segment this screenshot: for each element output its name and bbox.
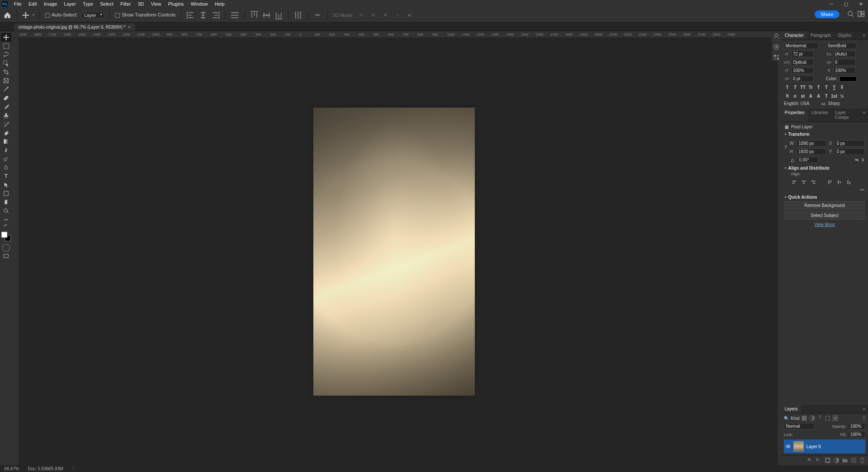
align-bottom-edges-icon[interactable]	[845, 179, 852, 186]
fractions-button[interactable]: ½	[838, 92, 845, 99]
eraser-tool[interactable]	[1, 128, 11, 137]
tab-glyphs[interactable]: Glyphs	[835, 31, 855, 39]
blend-mode-select[interactable]: Normal	[784, 423, 814, 429]
faux-italic-button[interactable]: T	[792, 84, 799, 91]
distribute-v-icon[interactable]	[294, 11, 302, 20]
pen-tool[interactable]	[1, 163, 11, 172]
align-left-icon[interactable]	[187, 11, 195, 20]
link-wh-icon[interactable]: 8	[785, 144, 787, 149]
layer-filter-kind[interactable]: Kind	[791, 416, 799, 421]
layer-thumbnail[interactable]	[793, 441, 804, 452]
baseline-field[interactable]: 0 pt	[791, 75, 814, 82]
workspace-icon[interactable]	[858, 10, 865, 17]
allcaps-button[interactable]: TT	[799, 84, 806, 91]
menu-3d[interactable]: 3D	[135, 0, 148, 7]
menu-filter[interactable]: Filter	[117, 0, 134, 7]
align-top-edges-icon[interactable]	[826, 179, 833, 186]
home-icon[interactable]	[3, 11, 11, 19]
hscale-field[interactable]: 100%	[833, 67, 856, 74]
screen-mode-icon[interactable]	[1, 252, 11, 260]
tab-character[interactable]: Character	[781, 31, 807, 39]
align-middle-icon[interactable]	[262, 11, 271, 20]
swap-colors-icon[interactable]	[1, 224, 11, 229]
stylistic-alt-button[interactable]: A	[815, 92, 822, 99]
dodge-tool[interactable]	[1, 154, 11, 163]
distribute-h-icon[interactable]	[230, 11, 239, 20]
quick-actions-header[interactable]: Quick Actions	[785, 195, 865, 200]
auto-select-checkbox[interactable]: Auto-Select:	[45, 12, 78, 18]
align-more-icon[interactable]: •••	[785, 187, 865, 192]
align-vcenter-icon[interactable]	[836, 179, 843, 186]
marquee-tool[interactable]	[1, 42, 11, 50]
menu-type[interactable]: Type	[79, 0, 97, 7]
contextual-alt-button[interactable]: σ	[792, 92, 799, 99]
align-bottom-icon[interactable]	[274, 11, 283, 20]
layer-visibility-icon[interactable]	[786, 444, 791, 449]
link-layers-icon[interactable]: ⟲	[807, 457, 813, 463]
vscale-field[interactable]: 100%	[791, 67, 814, 74]
minimize-button[interactable]: ─	[824, 0, 838, 8]
align-center-h-icon[interactable]	[199, 11, 207, 20]
heal-tool[interactable]	[1, 94, 11, 102]
gradient-tool[interactable]	[1, 137, 11, 146]
vertical-ruler[interactable]	[12, 38, 19, 465]
status-chevron-icon[interactable]: 〉	[72, 465, 76, 472]
history-brush-tool[interactable]	[1, 120, 11, 128]
font-style-field[interactable]: SemiBold	[826, 43, 856, 49]
tool-dropdown-icon[interactable]: ▾	[33, 13, 34, 17]
view-more-link[interactable]: View More	[785, 222, 865, 227]
path-select-tool[interactable]	[1, 180, 11, 189]
move-tool[interactable]	[1, 33, 11, 42]
filter-adjust-icon[interactable]	[809, 415, 815, 421]
x-field[interactable]: 0 px	[835, 140, 865, 147]
font-family-field[interactable]: Montserrat	[784, 43, 819, 49]
swatches-panel-icon[interactable]	[773, 54, 780, 61]
swash-button[interactable]: A	[807, 92, 814, 99]
delete-layer-icon[interactable]	[859, 457, 865, 463]
menu-window[interactable]: Window	[187, 0, 211, 7]
search-icon[interactable]	[847, 10, 854, 17]
remove-background-button[interactable]: Remove Background	[785, 201, 865, 210]
close-button[interactable]: ✕	[853, 0, 868, 8]
tracking-field[interactable]: 0	[833, 59, 856, 66]
layer-row[interactable]: Layer 0	[784, 439, 865, 453]
align-section-header[interactable]: Align and Distribute	[785, 166, 865, 170]
character-panel-menu-icon[interactable]: ≡	[860, 31, 868, 39]
menu-layer[interactable]: Layer	[60, 0, 79, 7]
discretionary-button[interactable]: st	[799, 92, 806, 99]
filter-toggle-icon[interactable]	[863, 416, 865, 421]
menu-image[interactable]: Image	[40, 0, 61, 7]
share-button[interactable]: Share	[815, 10, 839, 18]
edit-toolbar-icon[interactable]: •••	[1, 215, 11, 224]
align-top-icon[interactable]	[250, 11, 259, 20]
tab-paragraph[interactable]: Paragraph	[807, 31, 835, 39]
adjustment-layer-icon[interactable]	[833, 457, 839, 463]
menu-help[interactable]: Help	[211, 0, 228, 7]
antialias-field[interactable]: Sharp	[828, 101, 850, 106]
brush-tool[interactable]	[1, 102, 11, 111]
properties-panel-menu-icon[interactable]: ≡	[860, 108, 868, 121]
stamp-tool[interactable]	[1, 111, 11, 120]
align-right-icon[interactable]	[211, 11, 220, 20]
fill-field[interactable]: 100%	[848, 431, 865, 438]
filter-type-icon[interactable]: T	[817, 415, 823, 421]
object-select-tool[interactable]	[1, 59, 11, 68]
maximize-button[interactable]: ▢	[838, 0, 853, 8]
eyedropper-tool[interactable]	[1, 85, 11, 94]
menu-file[interactable]: File	[10, 0, 25, 7]
more-options-icon[interactable]: •••	[313, 11, 322, 20]
select-subject-button[interactable]: Select Subject	[785, 211, 865, 220]
titling-alt-button[interactable]: T	[823, 92, 830, 99]
menu-view[interactable]: View	[148, 0, 165, 7]
layers-panel-menu-icon[interactable]: ≡	[860, 405, 868, 413]
type-tool[interactable]: T	[1, 172, 11, 180]
filter-pixel-icon[interactable]	[801, 415, 807, 421]
color-panel-icon[interactable]	[773, 43, 780, 50]
menu-select[interactable]: Select	[97, 0, 117, 7]
layer-mask-icon[interactable]	[825, 457, 831, 463]
document-tab[interactable]: vintage-photo-original.jpg @ 66.7% (Laye…	[14, 23, 135, 31]
flip-h-icon[interactable]: ⇋	[855, 157, 858, 162]
horizontal-ruler[interactable]: 1900180017001600150014001300120011001000…	[12, 31, 778, 38]
auto-select-target[interactable]: Layer▾	[81, 12, 105, 19]
doc-size[interactable]: Doc: 5.93M/5.93M	[28, 466, 63, 471]
